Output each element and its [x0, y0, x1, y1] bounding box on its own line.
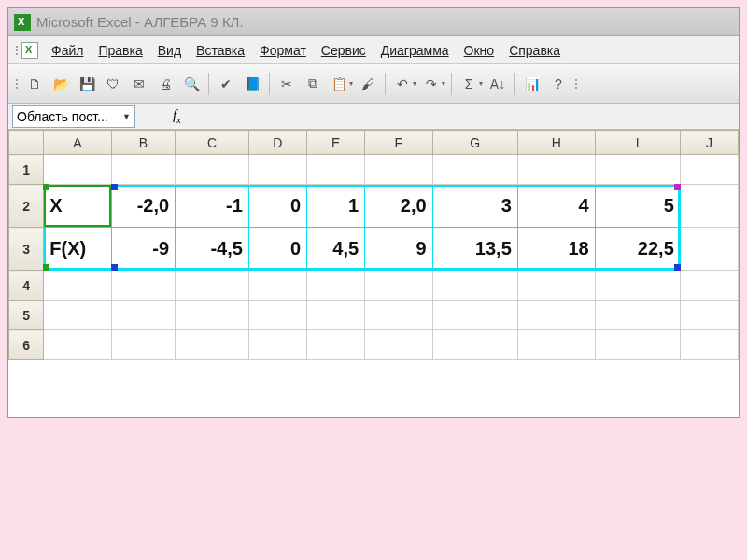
row-header[interactable]: 2	[9, 185, 44, 228]
open-button[interactable]: 📂	[49, 72, 73, 96]
spellcheck-button[interactable]: ✔	[214, 72, 238, 96]
cell[interactable]	[517, 271, 595, 301]
col-header[interactable]: F	[365, 131, 433, 155]
save-button[interactable]: 💾	[75, 72, 99, 96]
row-header[interactable]: 5	[9, 301, 44, 330]
research-button[interactable]: 📘	[240, 72, 264, 96]
permission-button[interactable]: 🛡	[101, 72, 125, 96]
worksheet-area[interactable]: A B C D E F G H I J 1 2	[8, 130, 739, 417]
cell[interactable]	[517, 330, 595, 360]
cell[interactable]	[248, 155, 306, 185]
cell[interactable]	[680, 185, 738, 228]
menu-file[interactable]: Файл	[44, 40, 91, 61]
cell-b3[interactable]: -9	[111, 228, 175, 271]
cell-d3[interactable]: 0	[248, 228, 306, 271]
cell[interactable]	[680, 330, 738, 360]
cell[interactable]	[111, 330, 175, 360]
copy-button[interactable]: ⧉	[301, 72, 325, 96]
cell[interactable]	[176, 155, 249, 185]
menu-insert[interactable]: Вставка	[189, 40, 252, 61]
menu-help[interactable]: Справка	[501, 40, 568, 61]
undo-dropdown-icon[interactable]: ▾	[413, 79, 418, 88]
cell-d2[interactable]: 0	[248, 185, 306, 228]
cut-button[interactable]: ✂	[275, 72, 299, 96]
cell[interactable]	[595, 155, 680, 185]
menu-chart[interactable]: Диаграмма	[374, 40, 457, 61]
cell[interactable]	[248, 330, 306, 360]
print-preview-button[interactable]: 🔍	[179, 72, 204, 96]
cell[interactable]	[680, 301, 738, 330]
fx-icon[interactable]: fx	[173, 107, 181, 125]
cell[interactable]	[432, 330, 517, 360]
print-button[interactable]: 🖨	[153, 72, 177, 96]
cell[interactable]	[111, 155, 175, 185]
cell-e2[interactable]: 1	[307, 185, 365, 228]
row-header[interactable]: 3	[9, 228, 44, 271]
col-header[interactable]: D	[248, 131, 306, 155]
cell[interactable]	[44, 330, 112, 360]
cell[interactable]	[111, 301, 175, 330]
col-header[interactable]: E	[307, 131, 365, 155]
cell[interactable]	[44, 271, 112, 301]
cell-i3[interactable]: 22,5	[595, 228, 680, 271]
menu-tools[interactable]: Сервис	[314, 40, 374, 61]
cell-h3[interactable]: 18	[517, 228, 595, 271]
cell-a2[interactable]: X	[44, 185, 112, 228]
col-header[interactable]: C	[176, 131, 249, 155]
autosum-dropdown-icon[interactable]: ▾	[479, 79, 485, 88]
redo-dropdown-icon[interactable]: ▾	[442, 79, 447, 88]
cell-e3[interactable]: 4,5	[307, 228, 365, 271]
cell[interactable]	[432, 271, 517, 301]
redo-button[interactable]: ↷	[419, 72, 444, 96]
cell[interactable]	[517, 301, 595, 330]
cell[interactable]	[595, 271, 680, 301]
col-header[interactable]: J	[680, 131, 738, 155]
chart-wizard-button[interactable]: 📊	[520, 72, 544, 96]
name-box[interactable]: Область пост... ▼	[12, 105, 135, 128]
row-header[interactable]: 6	[9, 330, 44, 360]
cell-b2[interactable]: -2,0	[111, 185, 175, 228]
cell[interactable]	[365, 301, 433, 330]
col-header[interactable]: I	[595, 131, 680, 155]
cell[interactable]	[365, 155, 433, 185]
paste-dropdown-icon[interactable]: ▾	[349, 79, 355, 88]
sort-button[interactable]: A↓	[486, 72, 510, 96]
col-header[interactable]: A	[44, 131, 112, 155]
cell-f2[interactable]: 2,0	[365, 185, 433, 228]
menu-format[interactable]: Формат	[252, 40, 314, 61]
paste-button[interactable]: 📋	[327, 72, 351, 96]
undo-button[interactable]: ↶	[390, 72, 415, 96]
cell[interactable]	[432, 155, 517, 185]
format-painter-button[interactable]: 🖌	[356, 72, 380, 96]
menu-window[interactable]: Окно	[457, 40, 502, 61]
cell[interactable]	[44, 301, 112, 330]
cell[interactable]	[595, 301, 680, 330]
cell[interactable]	[44, 155, 112, 185]
select-all-corner[interactable]	[9, 131, 44, 155]
cell-c3[interactable]: -4,5	[176, 228, 249, 271]
cell[interactable]	[365, 330, 433, 360]
mail-button[interactable]: ✉	[127, 72, 151, 96]
cell[interactable]	[248, 301, 306, 330]
cell[interactable]	[680, 228, 738, 271]
cell-i2[interactable]: 5	[595, 185, 680, 228]
cell-f3[interactable]: 9	[365, 228, 433, 271]
cell[interactable]	[680, 155, 738, 185]
col-header[interactable]: B	[111, 131, 175, 155]
name-box-dropdown-icon[interactable]: ▼	[122, 112, 131, 121]
cell-g2[interactable]: 3	[432, 185, 517, 228]
cell[interactable]	[176, 301, 249, 330]
cell[interactable]	[111, 271, 175, 301]
col-header[interactable]: G	[432, 131, 517, 155]
menu-edit[interactable]: Правка	[91, 40, 149, 61]
new-button[interactable]: 🗋	[22, 72, 47, 96]
cell[interactable]	[595, 330, 680, 360]
cell-g3[interactable]: 13,5	[432, 228, 517, 271]
cell[interactable]	[176, 330, 249, 360]
row-header[interactable]: 1	[9, 155, 44, 185]
cell[interactable]	[176, 271, 249, 301]
cell[interactable]	[307, 301, 365, 330]
cell[interactable]	[307, 330, 365, 360]
cell-a3[interactable]: F(X)	[44, 228, 112, 271]
cell[interactable]	[248, 271, 306, 301]
